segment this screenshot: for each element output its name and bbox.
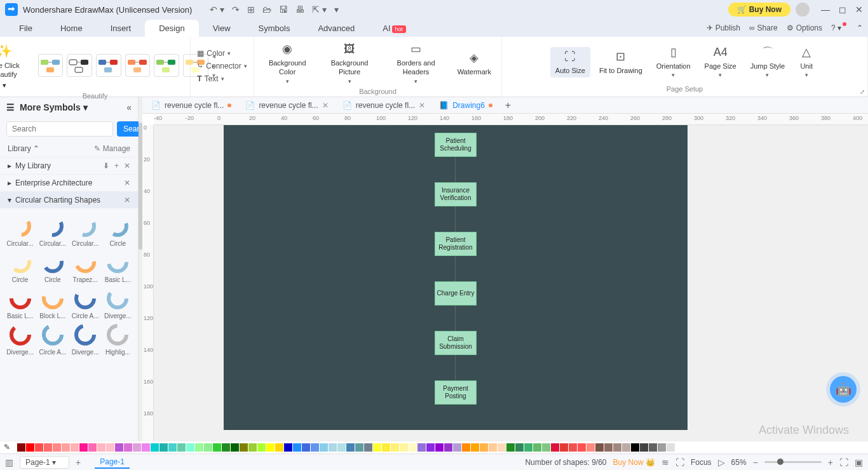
zoom-slider[interactable] [764, 461, 822, 463]
color-swatch[interactable] [578, 443, 586, 452]
color-swatch[interactable] [409, 443, 417, 452]
canvas-viewport[interactable]: Patient SchedulingInsurance Verification… [154, 125, 868, 441]
color-swatch[interactable] [320, 443, 328, 452]
color-swatch[interactable] [622, 443, 630, 452]
color-swatch[interactable] [240, 443, 248, 452]
zoom-in-icon[interactable]: + [828, 457, 833, 467]
color-swatch[interactable] [667, 443, 675, 452]
fit-drawing-button[interactable]: ⊡Fit to Drawing [594, 47, 648, 77]
shape-item[interactable]: Circle A... [71, 286, 100, 319]
bg-color-button[interactable]: ◉Background Color ▾ [259, 39, 316, 88]
add-tab-button[interactable]: + [500, 100, 516, 111]
add-page-icon[interactable]: + [76, 457, 81, 467]
jump-style-button[interactable]: ⌒Jump Style ▾ [745, 43, 790, 82]
shape-item[interactable]: Diverge... [71, 322, 100, 356]
theme-1[interactable] [38, 54, 64, 77]
print-icon[interactable]: 🖶 [295, 4, 304, 15]
shape-item[interactable]: Circle [37, 250, 67, 283]
color-swatch[interactable] [88, 443, 97, 452]
color-swatch[interactable] [329, 443, 337, 452]
close-icon[interactable]: ✕ [855, 4, 863, 15]
buy-now-button[interactable]: 🛒 Buy Now [728, 3, 790, 17]
import-icon[interactable]: ⬇ [103, 161, 109, 170]
buy-now-link[interactable]: Buy Now 👑 [613, 458, 655, 467]
focus-icon[interactable]: ⛶ [675, 457, 684, 467]
shape-item[interactable]: Circle [5, 250, 35, 283]
shape-item[interactable]: Block L... [37, 286, 67, 319]
auto-size-button[interactable]: ⛶Auto Size [550, 47, 590, 77]
options-button[interactable]: ⚙ Options [787, 24, 822, 32]
collapse-sidebar-icon[interactable]: « [126, 102, 132, 112]
menu-home[interactable]: Home [46, 20, 97, 37]
page-tab[interactable]: Page-1 [95, 456, 130, 469]
shape-item[interactable]: Diverge... [5, 322, 35, 356]
color-swatch[interactable] [542, 443, 550, 452]
doc-tab-1[interactable]: 📄 revenue cycle fl... [145, 98, 238, 112]
more-icon[interactable]: ▾ [334, 4, 339, 15]
expand-pagesetup-icon[interactable]: ⤢ [860, 88, 865, 95]
color-swatch[interactable] [604, 443, 613, 452]
page-selector[interactable]: Page-1 ▾ [20, 456, 69, 469]
library-label[interactable]: Library ⌃ [8, 144, 39, 153]
color-swatch[interactable] [44, 443, 52, 452]
shape-item[interactable]: Circle A... [37, 322, 67, 356]
zoom-out-icon[interactable]: − [753, 457, 758, 467]
doc-tab-2[interactable]: 📄 revenue cycle fl... ✕ [239, 98, 334, 112]
color-swatch[interactable] [302, 443, 310, 452]
color-swatch[interactable] [498, 443, 506, 452]
close-tab-2-icon[interactable]: ✕ [322, 101, 329, 110]
remove-circular-icon[interactable]: ✕ [124, 196, 130, 205]
shape-item[interactable]: Circular... [37, 213, 67, 247]
color-picker-icon[interactable]: ✎ [4, 443, 14, 453]
color-swatch[interactable] [159, 443, 168, 452]
color-swatch[interactable] [186, 443, 194, 452]
flow-node[interactable]: Charge Entry [435, 281, 477, 306]
menu-view[interactable]: View [199, 20, 245, 37]
fullscreen-icon[interactable]: ▣ [855, 457, 863, 467]
color-swatch[interactable] [124, 443, 132, 452]
new-icon[interactable]: ⊞ [247, 4, 255, 15]
color-swatch[interactable] [97, 443, 105, 452]
color-swatch[interactable] [640, 443, 648, 452]
flow-node[interactable]: Patient Scheduling [435, 133, 477, 157]
color-swatch[interactable] [515, 443, 524, 452]
color-swatch[interactable] [231, 443, 239, 452]
color-swatch[interactable] [275, 443, 283, 452]
borders-button[interactable]: ▭Borders and Headers ▾ [384, 39, 449, 88]
color-swatch[interactable] [79, 443, 88, 452]
color-swatch[interactable] [435, 443, 444, 452]
color-swatch[interactable] [284, 443, 292, 452]
flow-node[interactable]: Patient Registration [435, 232, 477, 256]
help-button[interactable]: ? ▾ [831, 24, 848, 32]
save-icon[interactable]: 🖫 [279, 4, 288, 15]
color-swatch[interactable] [426, 443, 435, 452]
one-click-beautify-button[interactable]: ✨ One Click Beautify ▾ [0, 39, 34, 92]
fit-page-icon[interactable]: ⛶ [839, 457, 848, 467]
color-swatch[interactable] [293, 443, 301, 452]
color-swatch[interactable] [195, 443, 203, 452]
color-swatch[interactable] [35, 443, 43, 452]
color-swatch[interactable] [373, 443, 381, 452]
color-swatch[interactable] [266, 443, 275, 452]
color-swatch[interactable] [595, 443, 604, 452]
remove-enterprise-icon[interactable]: ✕ [124, 178, 130, 187]
color-swatch[interactable] [168, 443, 177, 452]
color-swatch[interactable] [106, 443, 114, 452]
color-swatch[interactable] [453, 443, 461, 452]
search-input[interactable] [6, 121, 113, 137]
color-swatch[interactable] [444, 443, 452, 452]
color-swatch[interactable] [480, 443, 488, 452]
layers-icon[interactable]: ≋ [661, 457, 669, 467]
color-swatch[interactable] [355, 443, 363, 452]
color-swatch[interactable] [471, 443, 479, 452]
collapse-ribbon-icon[interactable]: ⌃ [857, 24, 863, 32]
minimize-icon[interactable]: — [821, 4, 830, 15]
bg-picture-button[interactable]: 🖼Background Picture ▾ [320, 39, 380, 88]
shape-item[interactable]: Circular... [5, 213, 35, 247]
color-swatch[interactable] [658, 443, 666, 452]
color-swatch[interactable] [17, 443, 25, 452]
connector-button[interactable]: ⤷ Connector ▾ [194, 60, 249, 72]
color-swatch[interactable] [337, 443, 346, 452]
color-swatch[interactable] [587, 443, 595, 452]
circular-section[interactable]: ▾ Circular Charting Shapes ✕ [0, 191, 138, 208]
